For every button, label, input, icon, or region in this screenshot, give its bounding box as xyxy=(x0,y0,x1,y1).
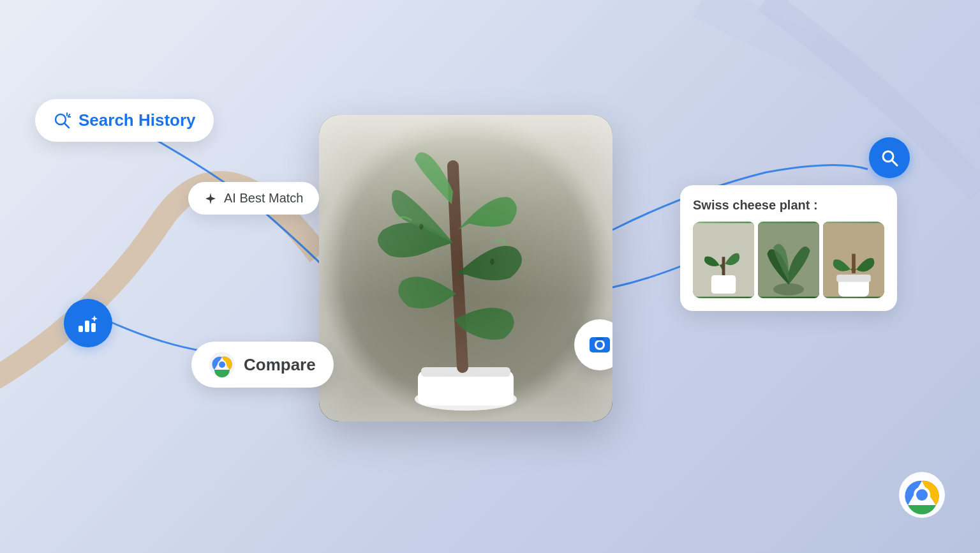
search-history-pill[interactable]: Search History xyxy=(35,99,214,142)
result-image-1 xyxy=(693,222,754,298)
svg-rect-23 xyxy=(85,321,89,332)
search-history-label: Search History xyxy=(78,110,196,130)
svg-rect-7 xyxy=(596,337,604,340)
compare-pill[interactable]: Compare xyxy=(191,342,334,388)
ai-star-icon xyxy=(204,192,218,206)
svg-rect-22 xyxy=(78,326,83,332)
search-circle-button[interactable] xyxy=(869,137,910,178)
chrome-logo-bottom-right[interactable] xyxy=(899,472,945,518)
result-image-3 xyxy=(823,222,884,298)
chrome-icon-large xyxy=(899,472,945,518)
plant-photo xyxy=(319,115,612,421)
result-card[interactable]: Swiss cheese plant : xyxy=(680,185,897,311)
compare-label: Compare xyxy=(244,355,316,375)
search-history-icon xyxy=(53,112,71,130)
svg-point-6 xyxy=(597,342,603,348)
stats-circle-button[interactable] xyxy=(64,299,112,347)
svg-point-16 xyxy=(773,283,804,295)
result-card-title: Swiss cheese plant : xyxy=(693,198,884,213)
svg-rect-3 xyxy=(319,115,612,421)
ai-best-match-label: AI Best Match xyxy=(224,191,304,206)
plant-illustration xyxy=(319,115,612,421)
svg-rect-14 xyxy=(711,275,736,294)
svg-rect-24 xyxy=(91,323,96,332)
plant-image xyxy=(319,115,612,421)
svg-line-21 xyxy=(892,160,897,165)
ai-best-match-pill[interactable]: AI Best Match xyxy=(188,182,319,215)
lens-icon xyxy=(586,331,612,359)
result-images xyxy=(693,222,884,298)
result-image-2 xyxy=(758,222,819,298)
svg-point-27 xyxy=(916,489,928,501)
stats-icon xyxy=(75,310,101,336)
svg-line-9 xyxy=(64,123,69,128)
chrome-logo-small xyxy=(209,352,235,377)
svg-rect-19 xyxy=(836,275,871,282)
search-icon xyxy=(880,148,899,167)
svg-point-12 xyxy=(219,361,225,368)
